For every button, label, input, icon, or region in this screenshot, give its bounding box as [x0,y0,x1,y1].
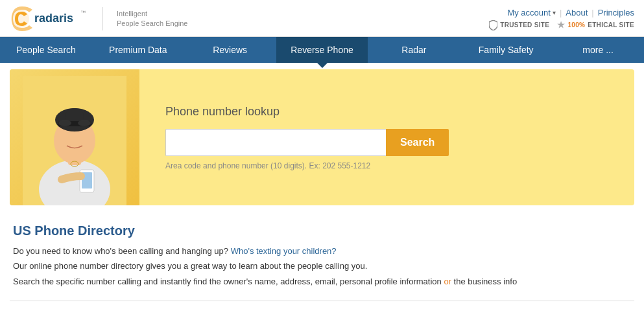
shield-icon [489,20,497,30]
ethical-site-badge: ★ 100% ETHICAL SITE [557,20,634,30]
content-title: US Phone Directory [13,223,631,238]
logo-divider [102,7,102,30]
nav-radar[interactable]: Radar [368,37,460,63]
nav-reverse-phone[interactable]: Reverse Phone [276,37,368,63]
nav-reviews[interactable]: Reviews [184,37,276,63]
svg-text:™: ™ [80,10,86,16]
svg-point-11 [78,120,91,126]
trusted-site-badge: TRUSTED SITE [489,20,549,30]
content-text: Do you need to know who's been calling a… [13,244,631,289]
hero-content: Phone number lookup Search Area code and… [139,86,634,190]
line1-start: Do you need to know who's been calling a… [13,246,231,256]
main-nav: People Search Premium Data Reviews Rever… [0,37,644,63]
nav-family-safety[interactable]: Family Safety [460,37,552,63]
tagline: Intelligent People Search Engine [117,9,187,29]
search-hint: Area code and phone number (10 digits). … [165,161,608,170]
person-illustration [23,76,126,205]
nav-more[interactable]: more ... [552,37,644,63]
content-section: US Phone Directory Do you need to know w… [0,212,644,301]
principles-link[interactable]: Principles [598,8,634,17]
content-line3: Search the specific number calling and i… [13,274,631,289]
my-account-label: My account [507,8,550,17]
nav-people-search[interactable]: People Search [0,37,92,63]
line3-end: the business info [454,277,518,286]
nav-premium-data[interactable]: Premium Data [92,37,184,63]
header-left: radaris ™ Intelligent People Search Engi… [10,6,187,31]
hero-image [10,69,139,205]
radaris-logo[interactable]: radaris ™ [10,6,88,31]
header-right: My account ▾ | About | Principles TRUSTE… [489,8,634,30]
footer-divider [10,301,634,301]
content-line1: Do you need to know who's been calling a… [13,244,631,258]
hero-title: Phone number lookup [165,105,608,119]
texting-children-link[interactable]: Who's texting your children? [231,246,337,256]
hero-section: Phone number lookup Search Area code and… [10,69,634,205]
search-button[interactable]: Search [386,129,449,156]
line3-mid: or [444,277,451,286]
line3-start: Search the specific number calling and i… [13,277,444,286]
header-links: My account ▾ | About | Principles [507,8,634,17]
search-row: Search [165,129,608,156]
svg-text:radaris: radaris [34,12,73,25]
my-account-link[interactable]: My account ▾ [507,8,555,17]
star-icon: ★ [557,20,565,30]
content-line2: Our online phone number directory gives … [13,258,631,273]
logo-container: radaris ™ Intelligent People Search Engi… [10,6,187,31]
phone-search-input[interactable] [165,129,386,156]
trust-badges: TRUSTED SITE ★ 100% ETHICAL SITE [489,20,634,30]
svg-point-10 [58,120,71,126]
chevron-down-icon: ▾ [553,9,556,16]
header: radaris ™ Intelligent People Search Engi… [0,0,644,37]
about-link[interactable]: About [566,8,588,17]
